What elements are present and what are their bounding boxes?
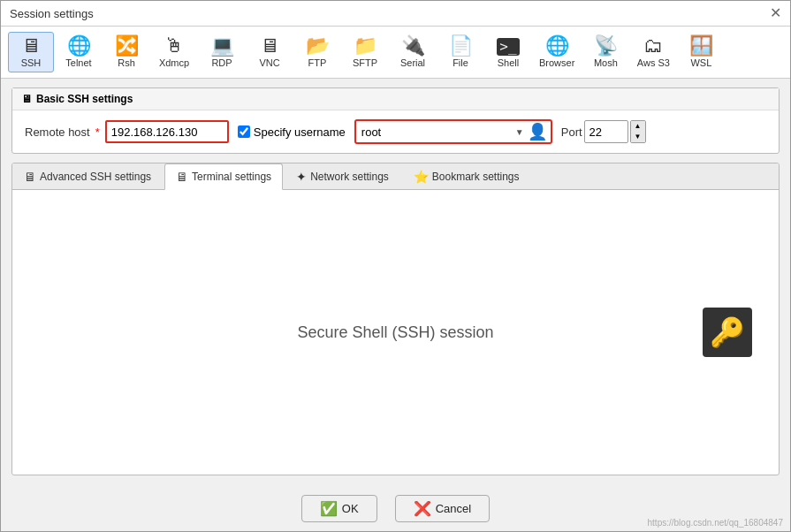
remote-host-input[interactable] bbox=[105, 120, 229, 143]
basic-ssh-body: Remote host * Specify username ▼ 👤 bbox=[12, 110, 779, 153]
ok-button[interactable]: ✅ OK bbox=[301, 495, 377, 522]
specify-username-label[interactable]: Specify username bbox=[238, 125, 346, 139]
session-btn-sftp[interactable]: 📁SFTP bbox=[342, 32, 388, 72]
username-input[interactable] bbox=[358, 122, 513, 141]
session-btn-awss3[interactable]: 🗂Aws S3 bbox=[630, 32, 676, 72]
cancel-label: Cancel bbox=[436, 502, 471, 515]
advanced-tab-icon: 🖥 bbox=[24, 170, 36, 184]
ok-icon: ✅ bbox=[320, 500, 338, 517]
basic-ssh-header-icon: 🖥 bbox=[21, 93, 32, 105]
port-input[interactable] bbox=[584, 120, 628, 143]
wsl-label: WSL bbox=[690, 57, 711, 68]
xdmcp-icon: 🖱 bbox=[164, 36, 184, 56]
username-dropdown-wrap: ▼ 👤 bbox=[354, 119, 552, 144]
browser-icon: 🌐 bbox=[545, 36, 569, 56]
port-label: Port bbox=[561, 125, 582, 139]
network-tab-label: Network settings bbox=[310, 171, 389, 183]
serial-icon: 🔌 bbox=[401, 36, 425, 56]
session-btn-telnet[interactable]: 🌐Telnet bbox=[56, 32, 102, 72]
terminal-tab-label: Terminal settings bbox=[192, 171, 271, 183]
bookmark-tab-label: Bookmark settings bbox=[432, 171, 520, 183]
terminal-tab-icon: 🖥 bbox=[176, 170, 188, 184]
port-row: Port ▲ ▼ bbox=[561, 120, 646, 143]
ssh-label: SSH bbox=[21, 57, 42, 68]
tabs-header: 🖥Advanced SSH settings🖥Terminal settings… bbox=[12, 163, 779, 190]
mosh-icon: 📡 bbox=[594, 36, 618, 56]
awss3-label: Aws S3 bbox=[637, 57, 670, 68]
ftp-icon: 📂 bbox=[306, 36, 330, 56]
tab-advanced[interactable]: 🖥Advanced SSH settings bbox=[12, 163, 163, 189]
ftp-label: FTP bbox=[308, 57, 327, 68]
basic-ssh-header: 🖥 Basic SSH settings bbox=[12, 88, 779, 110]
tab-terminal[interactable]: 🖥Terminal settings bbox=[164, 163, 283, 190]
port-spinner: ▲ ▼ bbox=[630, 120, 646, 143]
specify-username-row: Specify username bbox=[238, 125, 346, 139]
session-btn-ssh[interactable]: 🖥SSH bbox=[8, 32, 54, 72]
session-btn-browser[interactable]: 🌐Browser bbox=[533, 32, 581, 72]
wsl-icon: 🪟 bbox=[689, 36, 713, 56]
ssh-icon: 🖥 bbox=[21, 36, 41, 56]
basic-ssh-header-label: Basic SSH settings bbox=[36, 93, 133, 105]
key-icon: 🔑 bbox=[710, 315, 745, 349]
watermark: https://blog.csdn.net/qq_16804847 bbox=[648, 518, 783, 528]
main-content: 🖥 Basic SSH settings Remote host * Speci… bbox=[1, 79, 790, 484]
rdp-label: RDP bbox=[211, 57, 232, 68]
session-settings-window: Session settings ✕ 🖥SSH🌐Telnet🔀Rsh🖱Xdmcp… bbox=[0, 0, 791, 532]
remote-host-label: Remote host bbox=[25, 125, 90, 139]
remote-host-row: Remote host * bbox=[25, 120, 229, 143]
vnc-label: VNC bbox=[259, 57, 279, 68]
required-star: * bbox=[95, 125, 100, 139]
tab-content: Secure Shell (SSH) session 🔑 bbox=[12, 190, 779, 475]
specify-username-checkbox[interactable] bbox=[238, 125, 250, 138]
window-title: Session settings bbox=[10, 7, 94, 20]
awss3-icon: 🗂 bbox=[643, 36, 663, 56]
basic-ssh-settings-box: 🖥 Basic SSH settings Remote host * Speci… bbox=[11, 87, 780, 154]
telnet-label: Telnet bbox=[65, 57, 91, 68]
bookmark-tab-icon: ⭐ bbox=[414, 170, 429, 184]
session-btn-vnc[interactable]: 🖥VNC bbox=[247, 32, 293, 72]
session-btn-mosh[interactable]: 📡Mosh bbox=[582, 32, 628, 72]
specify-username-text: Specify username bbox=[254, 125, 346, 139]
file-icon: 📄 bbox=[449, 36, 473, 56]
session-btn-wsl[interactable]: 🪟WSL bbox=[678, 32, 724, 72]
port-up-button[interactable]: ▲ bbox=[631, 121, 645, 132]
dropdown-arrow-icon[interactable]: ▼ bbox=[515, 127, 524, 137]
session-btn-rdp[interactable]: 💻RDP bbox=[199, 32, 245, 72]
session-btn-xdmcp[interactable]: 🖱Xdmcp bbox=[151, 32, 197, 72]
advanced-tab-label: Advanced SSH settings bbox=[40, 171, 151, 183]
tab-bookmark[interactable]: ⭐Bookmark settings bbox=[402, 163, 531, 189]
sftp-icon: 📁 bbox=[354, 36, 377, 56]
key-icon-box: 🔑 bbox=[703, 308, 752, 357]
file-label: File bbox=[453, 57, 468, 68]
tabs-section: 🖥Advanced SSH settings🖥Terminal settings… bbox=[11, 163, 780, 475]
ssh-description: Secure Shell (SSH) session bbox=[297, 323, 493, 342]
rdp-icon: 💻 bbox=[210, 36, 234, 56]
serial-label: Serial bbox=[400, 57, 425, 68]
session-btn-rsh[interactable]: 🔀Rsh bbox=[103, 32, 149, 72]
session-btn-file[interactable]: 📄File bbox=[437, 32, 483, 72]
user-icon-button[interactable]: 👤 bbox=[526, 124, 549, 140]
ok-label: OK bbox=[342, 502, 359, 515]
network-tab-icon: ✦ bbox=[296, 170, 307, 184]
session-toolbar: 🖥SSH🌐Telnet🔀Rsh🖱Xdmcp💻RDP🖥VNC📂FTP📁SFTP🔌S… bbox=[1, 27, 790, 79]
shell-label: Shell bbox=[498, 57, 519, 68]
tab-network[interactable]: ✦Network settings bbox=[285, 163, 400, 189]
session-btn-serial[interactable]: 🔌Serial bbox=[390, 32, 436, 72]
cancel-button[interactable]: ❌ Cancel bbox=[395, 495, 490, 522]
rsh-label: Rsh bbox=[118, 57, 135, 68]
sftp-label: SFTP bbox=[353, 57, 377, 68]
browser-label: Browser bbox=[539, 57, 574, 68]
close-button[interactable]: ✕ bbox=[770, 6, 781, 20]
cancel-icon: ❌ bbox=[414, 500, 431, 517]
rsh-icon: 🔀 bbox=[115, 36, 139, 56]
session-btn-shell[interactable]: >_Shell bbox=[485, 34, 531, 72]
title-bar: Session settings ✕ bbox=[1, 1, 790, 27]
vnc-icon: 🖥 bbox=[260, 36, 279, 56]
session-btn-ftp[interactable]: 📂FTP bbox=[294, 32, 340, 72]
mosh-label: Mosh bbox=[594, 57, 618, 68]
xdmcp-label: Xdmcp bbox=[159, 57, 189, 68]
port-down-button[interactable]: ▼ bbox=[631, 132, 645, 142]
shell-icon: >_ bbox=[497, 38, 519, 56]
telnet-icon: 🌐 bbox=[67, 36, 91, 56]
